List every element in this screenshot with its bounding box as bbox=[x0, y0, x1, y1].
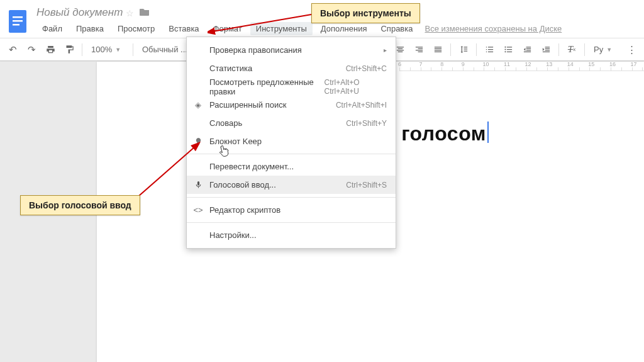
explore-icon: ◈ bbox=[193, 99, 203, 110]
save-status[interactable]: Все изменения сохранены на Диске bbox=[425, 24, 562, 33]
svg-rect-3 bbox=[13, 24, 19, 26]
annotation-tools: Выбор инструменты bbox=[311, 3, 420, 23]
menu-item-explore[interactable]: ◈Расширенный поискCtrl+Alt+Shift+I bbox=[187, 96, 396, 114]
ruler bbox=[399, 62, 644, 71]
bulleted-list-button[interactable] bbox=[499, 42, 517, 58]
align-right-button[interactable] bbox=[410, 42, 428, 58]
menu-item-dictionary[interactable]: СловарьCtrl+Shift+Y bbox=[187, 114, 396, 132]
menu-separator bbox=[187, 222, 396, 223]
folder-icon[interactable] bbox=[140, 8, 150, 18]
clear-formatting-button[interactable]: Tx bbox=[563, 42, 580, 58]
menu-item-review-suggestions[interactable]: Посмотреть предложенные правкиCtrl+Alt+O… bbox=[187, 77, 396, 96]
menu-edit[interactable]: Правка bbox=[70, 22, 109, 35]
script-icon: <> bbox=[193, 205, 203, 215]
svg-rect-2 bbox=[13, 20, 23, 22]
undo-button[interactable]: ↶ bbox=[4, 42, 21, 58]
menu-format[interactable]: Формат bbox=[208, 22, 248, 35]
svg-point-6 bbox=[504, 51, 506, 52]
line-spacing-button[interactable] bbox=[455, 42, 472, 58]
svg-point-5 bbox=[504, 48, 506, 50]
menu-bar: Файл Правка Просмотр Вставка Формат Инст… bbox=[36, 22, 562, 35]
menu-view[interactable]: Просмотр bbox=[112, 22, 160, 35]
menu-item-word-count[interactable]: СтатистикаCtrl+Shift+C bbox=[187, 59, 396, 77]
print-button[interactable] bbox=[42, 42, 59, 58]
separator bbox=[82, 43, 82, 56]
outdent-button[interactable] bbox=[518, 42, 536, 58]
separator bbox=[450, 43, 451, 56]
menu-insert[interactable]: Вставка bbox=[163, 22, 204, 35]
menu-item-voice-typing[interactable]: Голосовой ввод...Ctrl+Shift+S bbox=[187, 176, 396, 194]
keep-icon bbox=[193, 136, 203, 146]
indent-button[interactable] bbox=[537, 42, 555, 58]
docs-logo-icon[interactable] bbox=[8, 9, 28, 34]
separator bbox=[476, 43, 477, 56]
svg-rect-1 bbox=[13, 16, 23, 18]
tools-menu: Проверка правописания▸ СтатистикаCtrl+Sh… bbox=[186, 37, 396, 249]
redo-button[interactable]: ↷ bbox=[23, 42, 40, 58]
menu-tools[interactable]: Инструменты bbox=[250, 22, 313, 35]
menu-separator bbox=[187, 197, 396, 198]
numbered-list-button[interactable] bbox=[480, 42, 498, 58]
menu-separator bbox=[187, 154, 396, 154]
separator bbox=[584, 43, 585, 56]
menu-help[interactable]: Справка bbox=[375, 22, 418, 35]
paint-format-button[interactable] bbox=[60, 42, 78, 58]
menu-addons[interactable]: Дополнения bbox=[315, 22, 373, 35]
mic-icon bbox=[193, 179, 203, 189]
more-button[interactable]: ⋮ bbox=[623, 42, 640, 58]
menu-item-preferences[interactable]: Настройки... bbox=[187, 226, 396, 244]
menu-item-translate[interactable]: Перевести документ... bbox=[187, 157, 396, 176]
zoom-select[interactable]: 100%▼ bbox=[86, 42, 129, 58]
svg-point-4 bbox=[504, 47, 506, 48]
separator bbox=[133, 43, 133, 56]
menu-item-spellcheck[interactable]: Проверка правописания▸ bbox=[187, 41, 396, 59]
document-title[interactable]: Новый документ bbox=[36, 6, 123, 19]
input-lang-button[interactable]: Ру▼ bbox=[589, 42, 621, 58]
menu-file[interactable]: Файл bbox=[36, 22, 68, 35]
separator bbox=[558, 43, 559, 56]
text-cursor bbox=[487, 122, 489, 143]
align-justify-button[interactable] bbox=[429, 42, 447, 58]
star-icon[interactable]: ☆ bbox=[126, 8, 134, 18]
menu-item-script-editor[interactable]: <>Редактор скриптов bbox=[187, 201, 396, 219]
annotation-voice: Выбор голосовой ввод bbox=[20, 195, 140, 215]
